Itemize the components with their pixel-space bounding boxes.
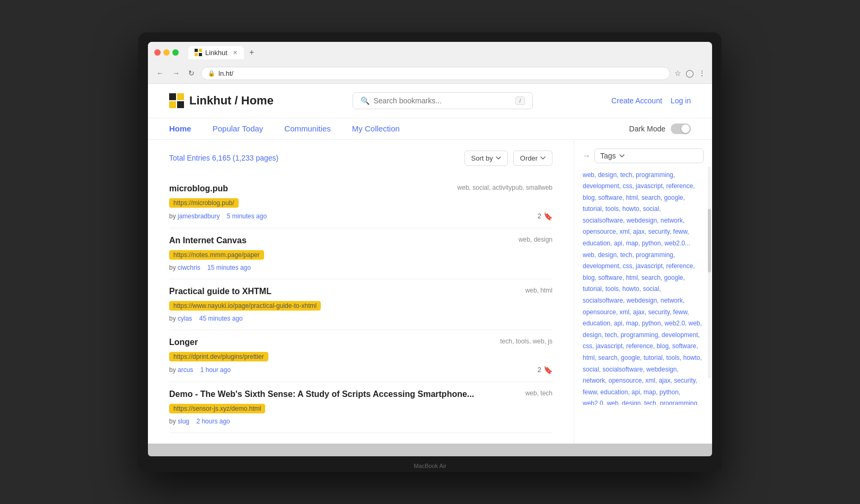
sort-by-button[interactable]: Sort by [464, 151, 508, 166]
tag-feww[interactable]: feww [673, 228, 688, 235]
tag-javascript-2[interactable]: javascript [636, 262, 663, 270]
tag-tools-2[interactable]: tools [605, 285, 619, 293]
tag-socialsoftware-2[interactable]: socialsoftware [583, 297, 623, 304]
login-link[interactable]: Log in [671, 96, 691, 105]
tag-tech[interactable]: tech [620, 171, 633, 179]
tag-tools[interactable]: tools [605, 205, 619, 213]
profile-icon[interactable]: ◯ [686, 69, 694, 77]
nav-communities[interactable]: Communities [284, 124, 331, 133]
tag-search[interactable]: search [642, 194, 661, 201]
tag-feww-2[interactable]: feww [673, 308, 688, 316]
tag-development[interactable]: development [583, 182, 619, 190]
tag-howto-3[interactable]: howto [683, 354, 700, 361]
tag-socialsoftware[interactable]: socialsoftware [583, 217, 623, 224]
author-username[interactable]: cylas [178, 315, 192, 322]
tag-python-3[interactable]: python [660, 388, 679, 396]
tag-socialsoftware-3[interactable]: socialsoftware [602, 366, 643, 373]
tag-map[interactable]: map [626, 240, 638, 247]
order-button[interactable]: Order [513, 151, 552, 166]
tag-programming-3[interactable]: programming [620, 331, 658, 339]
tag-development-2[interactable]: development [583, 262, 619, 270]
tag-reference-2[interactable]: reference [666, 262, 693, 270]
scrollbar-thumb[interactable] [708, 209, 711, 272]
tag-design-3[interactable]: design [583, 331, 601, 339]
tag-development-3[interactable]: development [662, 331, 698, 339]
back-button[interactable]: ← [154, 68, 166, 78]
tag-tech-4[interactable]: tech [644, 400, 656, 404]
tag-security-3[interactable]: security [674, 377, 695, 384]
tag-tutorial-2[interactable]: tutorial [583, 285, 602, 293]
close-button[interactable] [154, 49, 161, 56]
tag-design-2[interactable]: design [598, 251, 617, 259]
tag-javascript-3[interactable]: javascript [596, 342, 623, 350]
tag-tools-3[interactable]: tools [666, 354, 679, 361]
tag-api[interactable]: api [614, 240, 622, 247]
tag-python[interactable]: python [642, 240, 661, 247]
tag-ajax[interactable]: ajax [633, 228, 645, 235]
tag-feww-3[interactable]: feww [583, 388, 597, 396]
tag-api-2[interactable]: api [614, 320, 622, 327]
tag-howto[interactable]: howto [622, 205, 639, 213]
collapse-button[interactable]: → [583, 152, 590, 160]
tag-reference[interactable]: reference [666, 182, 693, 190]
tag-security-2[interactable]: security [648, 308, 669, 316]
tag-blog[interactable]: blog [583, 194, 595, 201]
tag-javascript[interactable]: javascript [636, 182, 663, 190]
tag-programming[interactable]: programming [636, 171, 673, 179]
reload-button[interactable]: ↻ [186, 68, 197, 78]
tag-web20-3[interactable]: web2.0 [583, 400, 603, 404]
search-input[interactable] [374, 96, 512, 105]
tags-dropdown[interactable]: Tags [594, 148, 704, 163]
tag-web-2[interactable]: web [583, 251, 594, 259]
tag-design-4[interactable]: design [622, 400, 640, 404]
tag-xml-3[interactable]: xml [645, 377, 655, 384]
tag-opensource-3[interactable]: opensource [609, 377, 642, 384]
nav-popular-today[interactable]: Popular Today [213, 124, 264, 133]
tag-map-3[interactable]: map [644, 388, 656, 396]
tag-software[interactable]: software [598, 194, 622, 201]
tag-tech-3[interactable]: tech [605, 331, 617, 339]
tag-html-2[interactable]: html [626, 274, 638, 281]
tag-programming-2[interactable]: programming [636, 251, 673, 259]
tag-education[interactable]: education [583, 240, 610, 247]
tag-ajax-2[interactable]: ajax [633, 308, 645, 316]
tag-education-3[interactable]: education [600, 388, 628, 396]
tag-html-3[interactable]: html [583, 354, 595, 361]
tag-webdesign-2[interactable]: webdesign [627, 297, 657, 304]
bookmark-star-icon[interactable]: ☆ [674, 69, 681, 77]
tag-web20-2[interactable]: web2.0 [664, 320, 685, 327]
tag-css[interactable]: css [622, 182, 632, 190]
tag-social-2[interactable]: social [643, 285, 659, 293]
bookmark-url[interactable]: https://dprint.dev/plugins/prettier [169, 352, 268, 361]
tag-web-3[interactable]: web [689, 320, 700, 327]
tag-webdesign-3[interactable]: webdesign [646, 366, 677, 373]
address-bar[interactable]: 🔒 ln.ht/ [201, 67, 670, 80]
new-tab-button[interactable]: + [246, 47, 257, 58]
tag-xml[interactable]: xml [619, 228, 629, 235]
tag-programming-4[interactable]: programming [660, 400, 697, 404]
tag-design[interactable]: design [598, 171, 617, 179]
bookmark-url[interactable]: https://microblog.pub/ [169, 198, 239, 208]
tag-blog-3[interactable]: blog [656, 342, 669, 350]
tag-software-3[interactable]: software [672, 342, 696, 350]
tag-reference-3[interactable]: reference [626, 342, 653, 350]
tag-web[interactable]: web [583, 171, 594, 179]
tag-google-3[interactable]: google [621, 354, 640, 361]
tag-python-2[interactable]: python [642, 320, 661, 327]
tag-tutorial-3[interactable]: tutorial [644, 354, 663, 361]
tag-security[interactable]: security [648, 228, 669, 235]
tag-css-2[interactable]: css [622, 262, 632, 270]
tag-api-3[interactable]: api [631, 388, 640, 396]
search-bar[interactable]: 🔍 / [353, 92, 533, 109]
author-username[interactable]: ciwchris [178, 264, 200, 271]
tag-network-2[interactable]: network [661, 297, 683, 304]
tag-google[interactable]: google [664, 194, 683, 201]
bookmark-url[interactable]: https://sensor-js.xyz/demo.html [169, 404, 265, 413]
author-username[interactable]: slug [178, 418, 189, 425]
tag-xml-2[interactable]: xml [619, 308, 629, 316]
active-tab[interactable]: Linkhut ✕ [188, 46, 244, 59]
tag-software-2[interactable]: software [598, 274, 622, 281]
tag-tutorial[interactable]: tutorial [583, 205, 602, 213]
author-username[interactable]: jamesbradbury [178, 213, 220, 220]
tag-blog-2[interactable]: blog [583, 274, 595, 281]
